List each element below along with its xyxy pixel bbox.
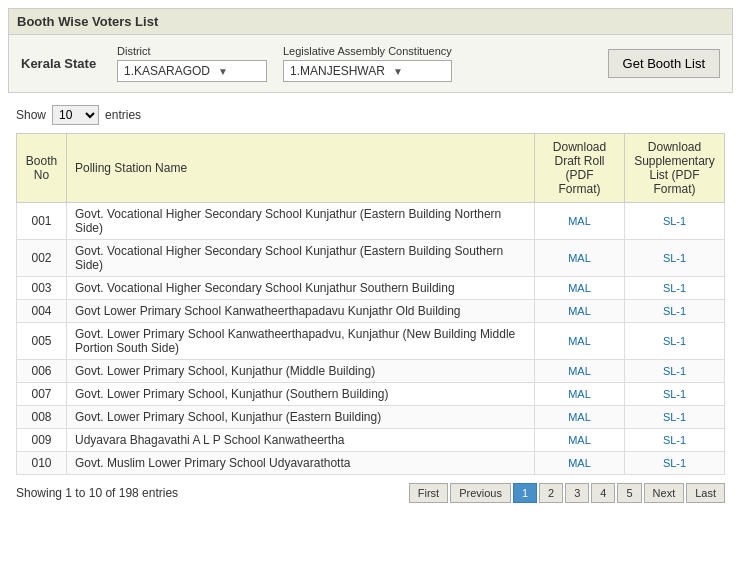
last-page-button[interactable]: Last — [686, 483, 725, 503]
cell-booth-no: 007 — [17, 383, 67, 406]
table-row: 003Govt. Vocational Higher Secondary Sch… — [17, 277, 725, 300]
district-label: District — [117, 45, 267, 57]
cell-station-name: Govt. Lower Primary School, Kunjathur (S… — [67, 383, 535, 406]
cell-download-draft[interactable]: MAL — [535, 406, 625, 429]
pagination: First Previous 1 2 3 4 5 Next Last — [409, 483, 725, 503]
cell-download-supp[interactable]: SL-1 — [625, 240, 725, 277]
booth-table: Booth No Polling Station Name Download D… — [16, 133, 725, 475]
th-download-draft: Download Draft Roll (PDF Format) — [535, 134, 625, 203]
entries-select[interactable]: 10 25 50 100 — [52, 105, 99, 125]
district-field-group: District 1.KASARAGOD ▼ — [117, 45, 267, 82]
cell-booth-no: 004 — [17, 300, 67, 323]
cell-station-name: Govt. Vocational Higher Secondary School… — [67, 277, 535, 300]
table-row: 005Govt. Lower Primary School Kanwatheer… — [17, 323, 725, 360]
cell-download-supp[interactable]: SL-1 — [625, 360, 725, 383]
cell-download-draft[interactable]: MAL — [535, 240, 625, 277]
cell-download-draft[interactable]: MAL — [535, 203, 625, 240]
lac-arrow-icon: ▼ — [393, 66, 445, 77]
cell-station-name: Udyavara Bhagavathi A L P School Kanwath… — [67, 429, 535, 452]
cell-download-supp[interactable]: SL-1 — [625, 203, 725, 240]
state-label: Kerala State — [21, 56, 101, 71]
entries-label: entries — [105, 108, 141, 122]
show-entries-row: Show 10 25 50 100 entries — [16, 105, 725, 125]
cell-booth-no: 002 — [17, 240, 67, 277]
cell-download-supp[interactable]: SL-1 — [625, 300, 725, 323]
cell-download-supp[interactable]: SL-1 — [625, 323, 725, 360]
cell-station-name: Govt. Lower Primary School, Kunjathur (M… — [67, 360, 535, 383]
cell-station-name: Govt. Lower Primary School, Kunjathur (E… — [67, 406, 535, 429]
district-value: 1.KASARAGOD — [124, 64, 210, 78]
table-row: 007Govt. Lower Primary School, Kunjathur… — [17, 383, 725, 406]
lac-label: Legislative Assembly Constituency — [283, 45, 452, 57]
page-2-button[interactable]: 2 — [539, 483, 563, 503]
table-footer: Showing 1 to 10 of 198 entries First Pre… — [16, 483, 725, 503]
district-select[interactable]: 1.KASARAGOD ▼ — [117, 60, 267, 82]
cell-download-draft[interactable]: MAL — [535, 452, 625, 475]
th-download-supp: Download Supplementary List (PDF Format) — [625, 134, 725, 203]
th-station-name: Polling Station Name — [67, 134, 535, 203]
lac-value: 1.MANJESHWAR — [290, 64, 385, 78]
cell-download-draft[interactable]: MAL — [535, 383, 625, 406]
lac-select[interactable]: 1.MANJESHWAR ▼ — [283, 60, 452, 82]
panel-title: Booth Wise Voters List — [9, 9, 732, 35]
show-label: Show — [16, 108, 46, 122]
page-1-button[interactable]: 1 — [513, 483, 537, 503]
cell-download-draft[interactable]: MAL — [535, 277, 625, 300]
lac-field-group: Legislative Assembly Constituency 1.MANJ… — [283, 45, 452, 82]
table-row: 006Govt. Lower Primary School, Kunjathur… — [17, 360, 725, 383]
next-page-button[interactable]: Next — [644, 483, 685, 503]
cell-station-name: Govt. Vocational Higher Secondary School… — [67, 240, 535, 277]
cell-download-draft[interactable]: MAL — [535, 360, 625, 383]
cell-download-supp[interactable]: SL-1 — [625, 277, 725, 300]
cell-download-supp[interactable]: SL-1 — [625, 383, 725, 406]
cell-download-draft[interactable]: MAL — [535, 429, 625, 452]
table-row: 008Govt. Lower Primary School, Kunjathur… — [17, 406, 725, 429]
table-row: 010Govt. Muslim Lower Primary School Udy… — [17, 452, 725, 475]
cell-download-draft[interactable]: MAL — [535, 323, 625, 360]
outer-wrapper: Booth Wise Voters List Kerala State Dist… — [0, 0, 741, 519]
first-page-button[interactable]: First — [409, 483, 448, 503]
cell-booth-no: 005 — [17, 323, 67, 360]
cell-download-supp[interactable]: SL-1 — [625, 452, 725, 475]
table-row: 002Govt. Vocational Higher Secondary Sch… — [17, 240, 725, 277]
cell-download-draft[interactable]: MAL — [535, 300, 625, 323]
cell-station-name: Govt. Vocational Higher Secondary School… — [67, 203, 535, 240]
cell-booth-no: 009 — [17, 429, 67, 452]
page-4-button[interactable]: 4 — [591, 483, 615, 503]
table-row: 009Udyavara Bhagavathi A L P School Kanw… — [17, 429, 725, 452]
th-booth-no: Booth No — [17, 134, 67, 203]
cell-booth-no: 010 — [17, 452, 67, 475]
cell-download-supp[interactable]: SL-1 — [625, 429, 725, 452]
get-booth-button[interactable]: Get Booth List — [608, 49, 720, 78]
page-5-button[interactable]: 5 — [617, 483, 641, 503]
content-area: Show 10 25 50 100 entries Booth No Polli… — [8, 93, 733, 511]
previous-page-button[interactable]: Previous — [450, 483, 511, 503]
cell-booth-no: 008 — [17, 406, 67, 429]
cell-booth-no: 006 — [17, 360, 67, 383]
cell-download-supp[interactable]: SL-1 — [625, 406, 725, 429]
cell-station-name: Govt. Lower Primary School Kanwatheertha… — [67, 323, 535, 360]
cell-booth-no: 001 — [17, 203, 67, 240]
cell-station-name: Govt Lower Primary School Kanwatheerthap… — [67, 300, 535, 323]
table-row: 004Govt Lower Primary School Kanwatheert… — [17, 300, 725, 323]
cell-booth-no: 003 — [17, 277, 67, 300]
showing-text: Showing 1 to 10 of 198 entries — [16, 486, 178, 500]
page-3-button[interactable]: 3 — [565, 483, 589, 503]
cell-station-name: Govt. Muslim Lower Primary School Udyava… — [67, 452, 535, 475]
district-arrow-icon: ▼ — [218, 66, 260, 77]
panel-body: Kerala State District 1.KASARAGOD ▼ Legi… — [9, 35, 732, 92]
table-row: 001Govt. Vocational Higher Secondary Sch… — [17, 203, 725, 240]
panel: Booth Wise Voters List Kerala State Dist… — [8, 8, 733, 93]
